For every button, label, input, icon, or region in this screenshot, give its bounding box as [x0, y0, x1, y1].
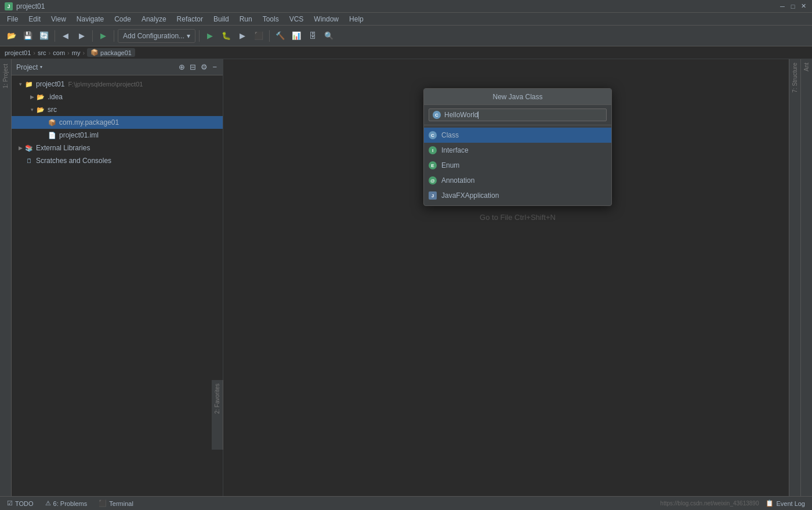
- tree-item-scratches[interactable]: 🗒 Scratches and Consoles: [12, 154, 223, 167]
- panel-settings-button[interactable]: ⚙: [200, 62, 209, 73]
- tree-item-project01[interactable]: ▾ 📁 project01 F:\jp\mysqldemo\project01: [12, 78, 223, 91]
- toolbar-separator-4: [199, 30, 200, 42]
- toolbar-profile-button[interactable]: 📊: [289, 29, 303, 43]
- tree-label-package: com.my.package01: [59, 118, 119, 126]
- src-arrow: ▾: [28, 106, 36, 114]
- toolbar-run-coverage-button[interactable]: ▶: [235, 29, 249, 43]
- todo-label: TODO: [15, 500, 34, 507]
- annotation-label: Annotation: [441, 176, 474, 185]
- add-configuration-button[interactable]: Add Configuration... ▾: [118, 29, 195, 43]
- breadcrumb-com[interactable]: com: [53, 49, 65, 56]
- tree-label-ext-libs: External Libraries: [36, 144, 90, 152]
- toolbar-search-button[interactable]: 🔍: [322, 29, 336, 43]
- title-bar-controls: ─ □ ✕: [778, 2, 807, 10]
- dialog-list-item-interface[interactable]: I Interface: [424, 143, 611, 158]
- menu-analyze[interactable]: Analyze: [137, 14, 171, 24]
- toolbar-run-button[interactable]: ▶: [203, 29, 217, 43]
- toolbar-open-button[interactable]: 📂: [5, 29, 19, 43]
- menu-edit[interactable]: Edit: [24, 14, 45, 24]
- menu-code[interactable]: Code: [110, 14, 136, 24]
- ant-label[interactable]: Ant: [803, 63, 810, 71]
- terminal-label: Terminal: [109, 500, 133, 507]
- left-tabs-strip: 1: Project: [0, 59, 12, 496]
- panel-collapse-button[interactable]: ⊟: [188, 62, 197, 73]
- toolbar-nav-button[interactable]: ▶: [96, 29, 110, 43]
- minimize-button[interactable]: ─: [778, 2, 786, 10]
- breadcrumb: project01 › src › com › my › 📦 package01: [0, 46, 812, 59]
- toolbar-build-button[interactable]: 🔨: [273, 29, 287, 43]
- menu-navigate[interactable]: Navigate: [72, 14, 108, 24]
- content-area: Search Everywhere Double Shift Go to Fil…: [223, 59, 812, 496]
- package-arrow: [39, 118, 48, 126]
- close-button[interactable]: ✕: [799, 2, 807, 10]
- todo-icon: ☑: [7, 500, 13, 507]
- dialog-list: C Class I Interface E Enum @ Annotation: [424, 125, 611, 205]
- tree-label-scratches: Scratches and Consoles: [36, 157, 111, 165]
- maximize-button[interactable]: □: [789, 2, 797, 10]
- project-tree: ▾ 📁 project01 F:\jp\mysqldemo\project01 …: [12, 75, 223, 496]
- dialog-input-row[interactable]: C HelloWorld: [429, 108, 607, 121]
- bottom-bar: ☑ TODO ⚠ 6: Problems ⬛ Terminal https://…: [0, 496, 812, 510]
- dialog-list-item-javafx[interactable]: J JavaFXApplication: [424, 188, 611, 203]
- problems-tab[interactable]: ⚠ 6: Problems: [43, 498, 90, 508]
- event-log-icon: 📋: [766, 500, 774, 507]
- dialog-list-item-enum[interactable]: E Enum: [424, 158, 611, 173]
- title-bar-left: J project01: [5, 2, 45, 10]
- panel-dropdown-icon[interactable]: ▾: [40, 64, 42, 70]
- dialog-input-area[interactable]: C HelloWorld: [424, 105, 611, 125]
- menu-refactor[interactable]: Refactor: [172, 14, 208, 24]
- breadcrumb-src[interactable]: src: [38, 49, 46, 56]
- javafx-icon: J: [429, 191, 437, 200]
- menu-build[interactable]: Build: [209, 14, 234, 24]
- menu-bar: File Edit View Navigate Code Analyze Ref…: [0, 13, 812, 26]
- left-tab-project[interactable]: 1: Project: [1, 59, 10, 93]
- event-log-tab[interactable]: 📋 Event Log: [763, 498, 807, 508]
- javafx-label: JavaFXApplication: [441, 191, 499, 200]
- menu-help[interactable]: Help: [345, 14, 368, 24]
- bottom-bar-right: https://blog.csdn.net/weixin_43613890 📋 …: [660, 498, 807, 508]
- breadcrumb-project[interactable]: project01: [5, 49, 31, 56]
- bottom-bar-left: ☑ TODO ⚠ 6: Problems ⬛ Terminal: [5, 498, 136, 508]
- tree-item-src[interactable]: ▾ 📂 src: [12, 103, 223, 116]
- panel-locate-button[interactable]: ⊕: [177, 62, 186, 73]
- menu-tools[interactable]: Tools: [258, 14, 284, 24]
- toolbar-back-button[interactable]: ◀: [59, 29, 72, 43]
- class-icon: C: [429, 131, 437, 139]
- structure-label-text[interactable]: 7: Structure: [792, 63, 798, 93]
- structure-sidebar: 7: Structure: [789, 59, 800, 496]
- terminal-tab[interactable]: ⬛ Terminal: [96, 498, 136, 508]
- window-title: project01: [16, 2, 45, 10]
- menu-file[interactable]: File: [2, 14, 23, 24]
- toolbar-debug-button[interactable]: 🐛: [219, 29, 233, 43]
- menu-vcs[interactable]: VCS: [285, 14, 309, 24]
- interface-label: Interface: [441, 146, 469, 154]
- toolbar-db-button[interactable]: 🗄: [306, 29, 320, 43]
- enum-icon: E: [429, 161, 437, 169]
- problems-icon: ⚠: [45, 500, 51, 507]
- tree-item-package[interactable]: 📦 com.my.package01: [12, 116, 223, 129]
- tree-item-ext-libs[interactable]: ▶ 📚 External Libraries: [12, 142, 223, 154]
- toolbar-forward-button[interactable]: ▶: [75, 29, 89, 43]
- new-java-class-dialog: New Java Class C HelloWorld: [423, 88, 612, 206]
- toolbar-save-button[interactable]: 💾: [21, 29, 35, 43]
- dialog-list-item-annotation[interactable]: @ Annotation: [424, 173, 611, 188]
- toolbar-stop-button[interactable]: ⬛: [252, 29, 266, 43]
- favorites-label[interactable]: 2: Favorites: [214, 384, 220, 414]
- todo-tab[interactable]: ☑ TODO: [5, 498, 36, 508]
- dialog-list-item-class[interactable]: C Class: [424, 128, 611, 143]
- tree-item-iml[interactable]: 📄 project01.iml: [12, 129, 223, 142]
- menu-view[interactable]: View: [46, 14, 71, 24]
- status-url: https://blog.csdn.net/weixin_43613890: [660, 500, 759, 507]
- breadcrumb-package[interactable]: 📦 package01: [87, 48, 135, 57]
- dialog-class-name-input[interactable]: HelloWorld: [444, 111, 603, 119]
- add-config-label: Add Configuration...: [123, 32, 184, 40]
- toolbar-refresh-button[interactable]: 🔄: [37, 29, 51, 43]
- tree-item-idea[interactable]: ▶ 📂 .idea: [12, 91, 223, 103]
- panel-close-button[interactable]: −: [211, 62, 218, 73]
- src-icon: 📂: [36, 105, 45, 114]
- menu-window[interactable]: Window: [309, 14, 343, 24]
- breadcrumb-my[interactable]: my: [72, 49, 81, 56]
- menu-run[interactable]: Run: [235, 14, 257, 24]
- panel-header-actions: ⊕ ⊟ ⚙ −: [177, 62, 218, 73]
- text-cursor: [478, 111, 478, 119]
